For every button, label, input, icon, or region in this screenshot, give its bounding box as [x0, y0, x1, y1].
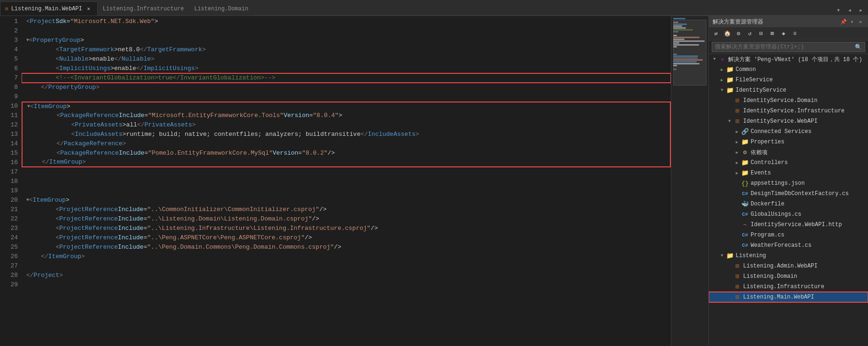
- expand-arrow: [733, 199, 741, 209]
- code-line: ▼ <ItemGroup>: [22, 196, 671, 205]
- se-node-is-globalusings[interactable]: C# GlobalUsings.cs: [709, 209, 868, 220]
- node-label: appsettings.json: [751, 180, 866, 187]
- se-node-is-ctrl[interactable]: ▶ 📁 Controllers: [709, 157, 868, 168]
- se-node-is-infra[interactable]: ⊞ IdentityService.Infrastructure: [709, 106, 868, 116]
- se-node-listening[interactable]: ▼ 📁 Listening: [709, 251, 868, 261]
- expand-arrow[interactable]: ▶: [733, 157, 741, 168]
- code-line: </ItemGroup>: [22, 252, 671, 261]
- se-pin-button[interactable]: 📌: [840, 18, 847, 25]
- expand-arrow[interactable]: ▶: [733, 137, 741, 147]
- se-header: 解决方案资源管理器 📌 ▾ ✕: [709, 16, 868, 27]
- se-node-is-events[interactable]: ▶ 📁 Events: [709, 168, 868, 178]
- minimap-line: [673, 37, 699, 38]
- se-filter-button[interactable]: ⊠: [767, 29, 777, 39]
- se-node-is-webapi[interactable]: ▼ ⊞ IdentityService.WebAPI: [709, 116, 868, 126]
- expand-arrow: [726, 106, 733, 116]
- expand-arrow[interactable]: ▶: [733, 168, 741, 178]
- node-icon: 📁: [726, 252, 734, 260]
- se-node-is-dbctx[interactable]: C# DesignTimeDbContextFactory.cs: [709, 189, 868, 199]
- se-arrow-down-button[interactable]: ▾: [848, 18, 856, 25]
- se-node-is-domain[interactable]: ⊞ IdentityService.Domain: [709, 95, 868, 106]
- code-content[interactable]: <Project Sdk="Microsoft.NET.Sdk.Web">▼ <…: [22, 16, 671, 346]
- minimap-line: [673, 54, 677, 55]
- se-solution-root[interactable]: ▼ ◈ 解决方案 'Peng-VNext' (18 个项目，共 18 个): [709, 54, 868, 64]
- line-number: 16: [0, 158, 18, 167]
- se-node-fileservice[interactable]: ▶ 📁 FileService: [709, 75, 868, 85]
- tab-dropdown-button[interactable]: ▾: [833, 5, 844, 15]
- expand-arrow[interactable]: ▼: [726, 116, 733, 126]
- node-label: Listening.Domain: [743, 273, 866, 280]
- se-collapse-button[interactable]: ⊟: [756, 29, 766, 39]
- expand-arrow[interactable]: ▼: [718, 85, 726, 95]
- minimap-line: [673, 65, 677, 66]
- se-sync-button[interactable]: ⇄: [711, 29, 721, 39]
- code-line: ▼ <ItemGroup>: [22, 102, 671, 111]
- node-icon: 📁: [741, 158, 749, 167]
- minimap-line: [673, 63, 699, 64]
- code-line: [22, 261, 671, 271]
- se-props-button[interactable]: ⚙: [733, 29, 744, 39]
- se-node-is-deps[interactable]: ▶ ⚙ 依赖项: [709, 147, 868, 157]
- se-search-input[interactable]: [715, 44, 853, 50]
- se-node-l-admin[interactable]: ⊞ Listening.Admin.WebAPI: [709, 261, 868, 271]
- se-node-is-appsettings[interactable]: {} appsettings.json: [709, 178, 868, 189]
- se-node-is-program[interactable]: C# Program.cs: [709, 230, 868, 240]
- expand-arrow[interactable]: ▶: [733, 147, 741, 157]
- line-number: 21: [0, 205, 18, 214]
- tab-bar: ⊞ Listening.Main.WebAPI ✕ Listening.Infr…: [0, 0, 868, 16]
- se-node-is-http[interactable]: ~ IdentityService.WebAPI.http: [709, 220, 868, 230]
- se-node-identityservice[interactable]: ▼ 📁 IdentityService: [709, 85, 868, 95]
- node-label: Connected Services: [751, 128, 866, 135]
- se-node-l-domain[interactable]: ⊞ Listening.Domain: [709, 271, 868, 282]
- expand-arrow[interactable]: ▶: [718, 75, 726, 85]
- expand-arrow: [726, 95, 733, 106]
- expand-arrow: [733, 230, 741, 240]
- se-settings-button[interactable]: ≡: [790, 29, 800, 39]
- minimap-line: [673, 42, 679, 44]
- code-line: </PackageReference>: [22, 139, 671, 149]
- se-search-icon: 🔍: [855, 44, 862, 51]
- tab-prev-button[interactable]: ◂: [845, 5, 855, 15]
- line-number: 26: [0, 252, 18, 261]
- tab-next-button[interactable]: ▸: [856, 5, 866, 15]
- se-home-button[interactable]: 🏠: [722, 29, 732, 39]
- expand-arrow[interactable]: ▶: [733, 126, 741, 137]
- line-number: 9: [0, 92, 18, 102]
- code-line: <ProjectReference Include="..\Listening.…: [22, 214, 671, 224]
- se-node-is-dockerfile[interactable]: 🐳 Dockerfile: [709, 199, 868, 209]
- se-tree[interactable]: ▼ ◈ 解决方案 'Peng-VNext' (18 个项目，共 18 个) ▶ …: [709, 54, 868, 346]
- minimap-line: [673, 27, 686, 29]
- se-node-is-weather[interactable]: C# WeatherForecast.cs: [709, 240, 868, 251]
- expand-arrow: [733, 209, 741, 220]
- code-line: <Project Sdk="Microsoft.NET.Sdk.Web">: [22, 17, 671, 26]
- minimap-line: [673, 35, 677, 36]
- se-refresh-button[interactable]: ↺: [745, 29, 755, 39]
- line-numbers: 1234567891011121314151617181920212223242…: [0, 16, 22, 346]
- se-node-l-infra[interactable]: ⊞ Listening.Infrastructure: [709, 282, 868, 292]
- node-icon: C#: [741, 231, 749, 239]
- code-line: [22, 26, 671, 36]
- minimap-line: [673, 39, 684, 40]
- node-icon: 📁: [726, 86, 734, 94]
- node-label: Listening.Admin.WebAPI: [743, 263, 866, 269]
- se-node-is-props[interactable]: ▶ 📁 Properties: [709, 137, 868, 147]
- expand-arrow: [733, 220, 741, 230]
- se-node-l-mainwebapi[interactable]: ⊞ Listening.Main.WebAPI: [709, 292, 868, 302]
- line-number: 11: [0, 111, 18, 120]
- se-preview-button[interactable]: ◈: [778, 29, 789, 39]
- tab-infrastructure[interactable]: Listening.Infrastructure: [98, 1, 189, 16]
- code-line: <ProjectReference Include="..\Peng.Domai…: [22, 243, 671, 252]
- se-node-common[interactable]: ▶ 📁 Common: [709, 64, 868, 75]
- minimap[interactable]: [671, 16, 708, 346]
- code-line: <Nullable>enable</Nullable>: [22, 55, 671, 64]
- tab-close-button[interactable]: ✕: [85, 5, 92, 13]
- line-number: 15: [0, 149, 18, 158]
- tab-main-webapi[interactable]: ⊞ Listening.Main.WebAPI ✕: [0, 1, 98, 16]
- se-close-button[interactable]: ✕: [857, 18, 864, 25]
- node-icon: C#: [741, 210, 749, 219]
- expand-arrow[interactable]: ▼: [718, 251, 726, 261]
- editor-area: 1234567891011121314151617181920212223242…: [0, 16, 671, 346]
- expand-arrow[interactable]: ▶: [718, 64, 726, 75]
- tab-domain[interactable]: Listening.Domain: [189, 1, 253, 16]
- se-node-is-connsvcs[interactable]: ▶ 🔗 Connected Services: [709, 126, 868, 137]
